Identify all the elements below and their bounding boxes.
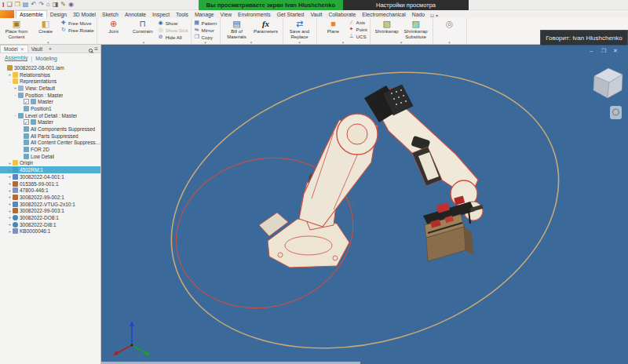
expand-toggle[interactable]: + — [13, 86, 18, 90]
tree-row[interactable]: +Relationships — [0, 71, 100, 78]
save-and-replace-button[interactable]: ⇄Save and Replace — [286, 19, 314, 40]
tree-row[interactable]: +4502RM:1 — [0, 166, 100, 173]
home-icon[interactable]: ⌂ — [46, 1, 50, 9]
pattern-button[interactable]: ▦Pattern — [194, 20, 217, 26]
navigation-wheel-icon[interactable] — [610, 106, 622, 119]
tree-row[interactable]: +30082022-DI8:1 — [0, 221, 100, 228]
view-face-icon[interactable]: ◨ — [53, 1, 59, 9]
expand-toggle[interactable]: - — [7, 79, 13, 84]
shrinkwrap-substitute-button[interactable]: ▨Shrinkwrap Substitute — [402, 19, 430, 40]
robot-model[interactable] — [259, 85, 484, 268]
expand-toggle[interactable]: + — [7, 174, 13, 179]
doc-close-button[interactable]: ✕ — [613, 48, 618, 53]
doc-restore-button[interactable]: ❐ — [601, 48, 606, 53]
plane-button[interactable]: ■Plane — [319, 19, 348, 40]
tree-row[interactable]: -Position : Master — [0, 92, 100, 99]
free-rotate-button[interactable]: ↻Free Rotate — [60, 27, 94, 33]
view-cube[interactable] — [593, 68, 623, 98]
tab-annotate[interactable]: Annotate — [122, 11, 149, 18]
tree-row[interactable]: +30082022-99-002:1 — [0, 194, 100, 201]
expand-toggle[interactable]: - — [13, 93, 18, 97]
tab-inspect[interactable]: Inspect — [149, 11, 173, 18]
tab-sketch[interactable]: Sketch — [99, 11, 122, 18]
tree-row[interactable]: +30082022-VTUG-2x10:1 — [0, 201, 100, 208]
expand-toggle[interactable]: + — [7, 72, 13, 77]
show-button[interactable]: ◉Show — [158, 20, 188, 26]
mode-tab-assembly[interactable]: Assembly — [5, 55, 27, 61]
point-button[interactable]: ✦Point — [349, 26, 367, 32]
tab-assemble[interactable]: Assemble — [16, 10, 47, 18]
joint-button[interactable]: ⊕Joint — [100, 19, 128, 40]
tree-row[interactable]: All Parts Suppressed — [0, 133, 100, 140]
undo-icon[interactable]: ↶ — [31, 1, 36, 9]
menu-icon[interactable]: ≡ — [94, 46, 98, 53]
tree-row[interactable]: +KB0000046:1 — [0, 228, 100, 235]
mirror-button[interactable]: ⇋Mirror — [194, 27, 217, 33]
ucs-button[interactable]: ⊥UCS — [349, 33, 367, 39]
tree-row[interactable]: Position1 — [0, 105, 100, 112]
tree-row[interactable]: +Origin — [0, 160, 100, 167]
constrain-button[interactable]: ⊓Constrain — [129, 19, 157, 40]
add-browser-tab-button[interactable]: + — [46, 46, 55, 53]
tab-manage[interactable]: Manage — [192, 11, 217, 18]
tree-row[interactable]: FOR 2D — [0, 146, 100, 153]
new-icon[interactable]: ❏ — [7, 1, 13, 9]
free-move-button[interactable]: ✚Free Move — [60, 20, 94, 26]
mode-tab-modeling[interactable]: Modeling — [35, 56, 57, 61]
tab-view[interactable]: View — [217, 11, 235, 18]
expand-toggle[interactable]: + — [7, 209, 13, 213]
checkbox-checked-icon[interactable]: ✓ — [24, 119, 29, 125]
tree-row[interactable]: All Content Center Suppressed — [0, 140, 100, 147]
expand-toggle[interactable]: + — [7, 188, 13, 193]
tab-environments[interactable]: Environments — [235, 11, 274, 18]
tree-row[interactable]: -Representations — [0, 78, 100, 85]
open-icon[interactable]: ❒ — [15, 1, 20, 9]
tree-row[interactable]: +015365-99-001:1 — [0, 180, 100, 187]
tree-row[interactable]: -Level of Detail : Master — [0, 112, 100, 119]
tree-row[interactable]: 30082022-08-001.iam — [0, 64, 100, 71]
tree-row[interactable]: +47800-446:1 — [0, 187, 100, 194]
browser-tab-vault[interactable]: Vault — [28, 46, 46, 53]
file-menu-button[interactable] — [0, 10, 14, 18]
tree-row[interactable]: +30082022-99-003:1 — [0, 207, 100, 214]
ribbon-collapse-icon[interactable]: ▾ — [436, 13, 438, 18]
expand-toggle[interactable]: + — [7, 202, 13, 206]
tab-design[interactable]: Design — [47, 11, 70, 18]
expand-toggle[interactable]: - — [13, 113, 18, 118]
copy-button[interactable]: ❐Copy — [194, 34, 217, 40]
tab-get-started[interactable]: Get Started — [274, 11, 308, 18]
tab-electromechanical[interactable]: Electromechanical — [359, 11, 409, 18]
checkbox-checked-icon[interactable]: ✓ — [24, 99, 29, 104]
options-button[interactable]: ◎ — [436, 19, 464, 40]
tree-row[interactable]: Low Detail — [0, 153, 100, 160]
tree-row[interactable]: +View: Default — [0, 85, 100, 92]
sketch-icon[interactable]: ✎ — [60, 1, 66, 9]
tree-row[interactable]: +30082022-04-001:1 — [0, 173, 100, 180]
tab-3d-model[interactable]: 3D Model — [70, 11, 99, 18]
tab-vault[interactable]: Vault — [307, 11, 325, 18]
axis-button[interactable]: ∕Axis — [349, 20, 367, 25]
create-button[interactable]: ◧Create — [31, 19, 60, 40]
bill-of-materials-button[interactable]: ▤Bill of Materials — [223, 19, 251, 40]
doc-minimize-button[interactable]: ‒ — [590, 47, 593, 54]
parameters-button[interactable]: fxParameters — [252, 19, 280, 40]
tab-tools[interactable]: Tools — [173, 11, 192, 18]
shrinkwrap-button[interactable]: ▧Shrinkwrap — [373, 19, 401, 40]
work-circle-large[interactable] — [138, 45, 591, 364]
expand-toggle[interactable]: + — [7, 229, 13, 234]
expand-toggle[interactable]: + — [7, 195, 13, 199]
save-icon[interactable]: ▤ — [23, 1, 29, 9]
ribbon-display-icon[interactable]: ⊡ — [430, 13, 434, 18]
hide-all-button[interactable]: ⊘Hide All — [158, 34, 188, 40]
expand-toggle[interactable]: + — [7, 161, 13, 166]
expand-toggle[interactable]: + — [7, 215, 13, 220]
view-settings-button[interactable]: Настройки просмотра — [343, 0, 469, 10]
tab-nado[interactable]: Nado — [409, 11, 428, 18]
appearance-globe-icon[interactable]: ◉ — [68, 1, 74, 9]
close-icon[interactable]: ✕ — [20, 46, 24, 52]
3d-viewport[interactable]: ‒ ❐ ✕ — [101, 45, 628, 364]
tree-row[interactable]: +30082022-DO8:1 — [0, 214, 100, 221]
tree-row[interactable]: All Components Suppressed — [0, 126, 100, 133]
tab-collaborate[interactable]: Collaborate — [325, 11, 359, 18]
place-from-content-center-button[interactable]: ▣Place from Content Center — [2, 19, 31, 40]
